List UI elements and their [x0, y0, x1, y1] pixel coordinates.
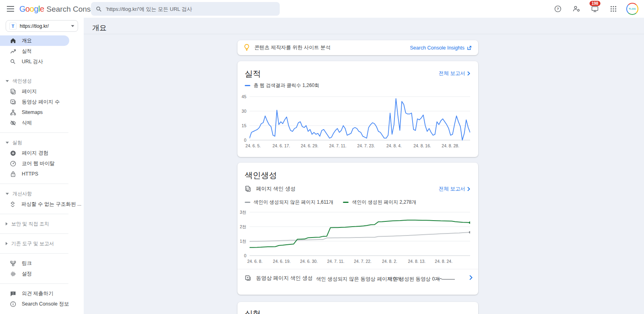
- top-app-bar: Google Search Console ? 198 TLOG: [0, 0, 644, 18]
- sidebar-item-feedback[interactable]: 의견 제출하기: [0, 288, 69, 299]
- structured-data-icon: [10, 201, 16, 207]
- section-indexing[interactable]: 색인생성: [0, 76, 84, 86]
- indexing-full-report-link[interactable]: 전체 보고서: [439, 186, 470, 192]
- performance-card: 실적 전체 보고서 총 웹 검색결과 클릭수 1,260회 4530150 24…: [237, 61, 478, 157]
- legend-label-indexed: 색인이 생성된 페이지 2,278개: [352, 199, 416, 206]
- video-row-divider: [237, 269, 478, 269]
- sidebar: T https://tlog.kr/ 개요 실적 URL 검사 색인생성 페이지…: [0, 18, 84, 314]
- legend-label-not-indexed: 색인이 생성되지 않은 페이지 1,611개: [254, 199, 333, 206]
- performance-y-axis: 4530150: [237, 94, 248, 143]
- section-legacy-tools[interactable]: 기존 도구 및 보고서: [0, 238, 84, 249]
- sidebar-item-unparsable-structured-data[interactable]: 파싱할 수 없는 구조화된 ...: [0, 199, 69, 209]
- x-tick-label: 24. 7. 22.: [354, 259, 372, 264]
- main-content: 개요 콘텐츠 제작자를 위한 사이트 분석 Search Console Ins…: [84, 18, 644, 314]
- info-icon: [10, 301, 16, 307]
- sidebar-item-url-inspection[interactable]: URL 검사: [0, 56, 69, 67]
- chevron-right-icon: [467, 187, 470, 191]
- x-tick-label: 24. 8. 4.: [386, 143, 402, 148]
- links-icon: [10, 260, 16, 266]
- y-tick-label: 2천: [236, 224, 246, 230]
- video-pages-icon: [10, 99, 16, 105]
- property-url: https://tlog.kr/: [20, 23, 71, 29]
- sidebar-item-sitemaps[interactable]: Sitemaps: [0, 107, 69, 118]
- external-link-icon: [467, 45, 472, 50]
- x-tick-label: 24. 6. 8.: [247, 259, 262, 264]
- sidebar-item-https[interactable]: HTTPS: [0, 169, 69, 179]
- indexing-legend: 색인이 생성되지 않은 페이지 1,611개 색인이 생성된 페이지 2,278…: [245, 199, 417, 206]
- x-tick-label: 24. 7. 23.: [357, 143, 375, 148]
- home-icon: [10, 37, 16, 44]
- legend-label-clicks: 총 웹 검색결과 클릭수 1,260회: [254, 82, 319, 89]
- sidebar-item-removals[interactable]: 삭제: [0, 118, 69, 128]
- performance-chart[interactable]: [250, 94, 470, 143]
- x-tick-label: 24. 6. 30.: [300, 259, 318, 264]
- collapse-arrow-icon: [6, 80, 9, 82]
- sidebar-item-performance[interactable]: 실적: [0, 46, 69, 56]
- google-logo: Google: [19, 4, 44, 14]
- menu-icon[interactable]: [2, 1, 19, 17]
- legend-dash-gray: [245, 202, 250, 203]
- page-title: 개요: [92, 23, 107, 33]
- sidebar-divider: [0, 132, 68, 133]
- banner-text: 콘텐츠 제작자를 위한 사이트 분석: [254, 44, 410, 51]
- sidebar-item-core-web-vitals[interactable]: 코어 웹 바이탈: [0, 158, 69, 169]
- indexing-card-title: 색인생성: [245, 170, 470, 181]
- sidebar-item-video-pages[interactable]: 동영상 페이지 수: [0, 97, 69, 107]
- video-row-chevron-icon[interactable]: [469, 275, 473, 280]
- help-icon[interactable]: ?: [552, 3, 564, 14]
- sidebar-item-links[interactable]: 링크: [0, 258, 69, 269]
- google-apps-grid-icon[interactable]: [608, 3, 619, 14]
- y-tick-label: 0: [236, 138, 246, 143]
- notification-badge: 198: [590, 1, 601, 6]
- y-tick-label: 3천: [236, 210, 246, 215]
- x-tick-label: 24. 8. 24.: [435, 259, 452, 264]
- sidebar-item-pages[interactable]: 페이지: [0, 86, 69, 97]
- indexing-chart[interactable]: [250, 210, 470, 258]
- performance-full-report-link[interactable]: 전체 보고서: [439, 70, 470, 77]
- performance-card-title: 실적: [245, 68, 439, 79]
- expand-arrow-icon: [6, 222, 8, 225]
- collapse-arrow-icon: [6, 142, 9, 144]
- video-indexed-stat: 색인 생성된 동영상 0개: [388, 276, 440, 283]
- insights-link[interactable]: Search Console Insights: [410, 45, 472, 51]
- legend-dash-blue: [245, 85, 250, 87]
- search-input[interactable]: [106, 6, 275, 12]
- chevron-down-icon: [71, 25, 74, 27]
- pages-icon: [10, 88, 16, 95]
- sidebar-item-about[interactable]: Search Console 정보: [0, 299, 69, 309]
- page-indexing-subtitle: 페이지 색인 생성: [256, 185, 439, 192]
- appbar-actions: ? 198 TLOG: [552, 0, 638, 18]
- section-experience[interactable]: 실험: [0, 137, 84, 148]
- sidebar-divider: [0, 214, 68, 214]
- search-icon: [96, 6, 102, 12]
- x-tick-label: 24. 6. 19.: [273, 259, 291, 264]
- user-settings-icon[interactable]: [571, 3, 582, 14]
- collapse-arrow-icon: [6, 193, 9, 195]
- lock-icon: [10, 171, 16, 177]
- sidebar-item-overview[interactable]: 개요: [0, 35, 69, 46]
- plus-circle-icon: [10, 150, 16, 156]
- expand-arrow-icon: [6, 242, 8, 245]
- video-indexing-row[interactable]: 동영상 페이지 색인 생성 색인 생성되지 않은 동영상 페이지 0개 색인 생…: [237, 271, 478, 288]
- property-selector[interactable]: T https://tlog.kr/: [6, 20, 78, 32]
- section-security-manual-actions[interactable]: 보안 및 직접 조치: [0, 219, 84, 229]
- legend-dash-green: [343, 202, 349, 203]
- monitor-icon[interactable]: 198: [589, 3, 601, 14]
- url-inspection-search-bar[interactable]: [91, 2, 280, 16]
- chevron-right-icon: [467, 71, 470, 76]
- x-tick-label: 24. 6. 5.: [246, 143, 261, 148]
- avatar[interactable]: TLOG: [626, 3, 638, 15]
- video-sparkline-chart: [436, 276, 455, 282]
- app-logo[interactable]: Google Search Console: [19, 4, 101, 14]
- y-tick-label: 45: [236, 94, 246, 99]
- url-inspect-search-icon: [10, 58, 16, 65]
- sidebar-item-settings[interactable]: 설정: [0, 269, 69, 279]
- eye-off-icon: [10, 120, 16, 126]
- insights-banner: 콘텐츠 제작자를 위한 사이트 분석 Search Console Insigh…: [237, 40, 478, 55]
- video-pages-icon: [245, 275, 251, 281]
- pages-icon: [245, 186, 251, 192]
- x-tick-label: 24. 8. 2.: [382, 259, 397, 264]
- performance-icon: [10, 48, 16, 54]
- sidebar-item-page-experience[interactable]: 페이지 경험: [0, 148, 69, 158]
- section-enhancements[interactable]: 개선사항: [0, 188, 84, 199]
